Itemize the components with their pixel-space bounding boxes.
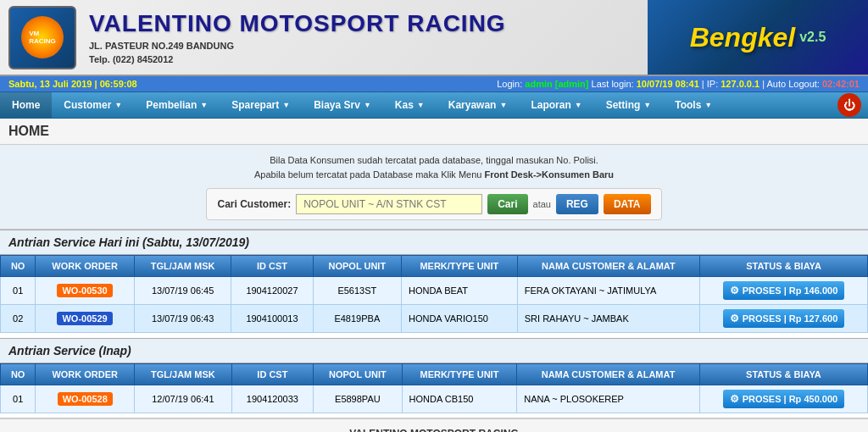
main-content: HOME Bila Data Konsumen sudah tercatat p… bbox=[0, 119, 868, 432]
col-nama: NAMA CUSTOMER & ALAMAT bbox=[517, 256, 699, 277]
last-login-time: 10/07/19 08:41 bbox=[637, 79, 699, 89]
search-section: Bila Data Konsumen sudah tercatat pada d… bbox=[0, 145, 868, 230]
antrian-inap-table: NO WORK ORDER TGL/JAM MSK ID CST NOPOL U… bbox=[0, 363, 868, 413]
cell-nopol: E4819PBA bbox=[313, 305, 401, 333]
proses-button[interactable]: ⚙ PROSES | Rp 450.000 bbox=[723, 390, 845, 408]
wo-badge[interactable]: WO-00529 bbox=[57, 312, 112, 325]
chevron-down-icon: ▼ bbox=[499, 101, 507, 109]
nav-laporan[interactable]: Laporan ▼ bbox=[519, 92, 593, 118]
proses-button[interactable]: ⚙ PROSES | Rp 146.000 bbox=[723, 281, 845, 300]
col-nopol: NOPOL UNIT bbox=[313, 256, 401, 277]
nav-biaya-srv[interactable]: Biaya Srv ▼ bbox=[302, 92, 383, 118]
col-nopol: NOPOL UNIT bbox=[314, 364, 402, 385]
navbar: Home Customer ▼ Pembelian ▼ Sparepart ▼ … bbox=[0, 91, 868, 119]
cell-no: 02 bbox=[1, 305, 36, 333]
chevron-down-icon: ▼ bbox=[643, 101, 651, 109]
page-title-bar: HOME bbox=[0, 119, 868, 145]
search-notice-line1: Bila Data Konsumen sudah tercatat pada d… bbox=[8, 153, 860, 168]
bengkel-version: v2.5 bbox=[799, 30, 826, 45]
nav-customer[interactable]: Customer ▼ bbox=[52, 92, 134, 118]
nav-home[interactable]: Home bbox=[0, 92, 52, 118]
footer-company: VALENTINO MOTOSPORT RACING bbox=[8, 428, 860, 432]
data-button[interactable]: DATA bbox=[604, 194, 651, 214]
search-label: Cari Customer: bbox=[217, 198, 291, 210]
cell-merk: HONDA CB150 bbox=[402, 385, 517, 413]
col-merk: MERK/TYPE UNIT bbox=[401, 256, 517, 277]
gear-icon: ⚙ bbox=[730, 393, 739, 405]
chevron-down-icon: ▼ bbox=[575, 101, 582, 109]
cell-id: 1904100013 bbox=[231, 305, 313, 333]
cell-no: 01 bbox=[1, 277, 36, 305]
nav-pembelian[interactable]: Pembelian ▼ bbox=[134, 92, 220, 118]
or-text: atau bbox=[533, 199, 551, 209]
col-work-order: WORK ORDER bbox=[36, 364, 135, 385]
status-datetime: Sabtu, 13 Juli 2019 | 06:59:08 bbox=[8, 79, 137, 89]
col-merk: MERK/TYPE UNIT bbox=[402, 364, 517, 385]
nav-kas[interactable]: Kas ▼ bbox=[383, 92, 437, 118]
wo-badge[interactable]: WO-00530 bbox=[57, 284, 112, 297]
auto-logout-time: 02:42:01 bbox=[822, 79, 860, 89]
antrian-harian-section-header: Antrian Service Hari ini (Sabtu, 13/07/2… bbox=[0, 230, 868, 255]
antrian-harian-table-container: NO WORK ORDER TGL/JAM MSK ID CST NOPOL U… bbox=[0, 255, 868, 333]
bengkel-label: Bengkel bbox=[690, 22, 795, 53]
search-notice: Bila Data Konsumen sudah tercatat pada d… bbox=[8, 153, 860, 181]
last-login-label: Last login: bbox=[592, 79, 634, 89]
power-button[interactable]: ⏻ bbox=[837, 93, 861, 117]
user-info: admin [admin] bbox=[525, 79, 591, 89]
nav-karyawan[interactable]: Karyawan ▼ bbox=[437, 92, 520, 118]
col-id-cst: ID CST bbox=[231, 364, 314, 385]
cell-wo: WO-00529 bbox=[36, 305, 135, 333]
antrian-inap-title: Antrian Service (Inap) bbox=[8, 344, 131, 357]
cari-button[interactable]: Cari bbox=[487, 194, 527, 214]
header-right-logo: Bengkel v2.5 bbox=[648, 0, 868, 75]
footer: VALENTINO MOTOSPORT RACING JL. PASTEUR N… bbox=[0, 418, 868, 432]
nav-tools[interactable]: Tools ▼ bbox=[663, 92, 724, 118]
table-row: 01 WO-00528 12/07/19 06:41 1904120033 E5… bbox=[1, 385, 868, 413]
cell-status: ⚙ PROSES | Rp 127.600 bbox=[700, 305, 868, 333]
cell-status: ⚙ PROSES | Rp 146.000 bbox=[700, 277, 868, 305]
status-bar: Sabtu, 13 Juli 2019 | 06:59:08 Login: ad… bbox=[0, 76, 868, 91]
cell-nama: SRI RAHAYU ~ JAMBAK bbox=[517, 305, 699, 333]
col-nama: NAMA CUSTOMER & ALAMAT bbox=[517, 364, 700, 385]
proses-button[interactable]: ⚙ PROSES | Rp 127.600 bbox=[723, 309, 845, 328]
antrian-inap-header-row: NO WORK ORDER TGL/JAM MSK ID CST NOPOL U… bbox=[1, 364, 868, 385]
cell-tgl: 13/07/19 06:43 bbox=[134, 305, 231, 333]
cell-merk: HONDA VARIO150 bbox=[401, 305, 517, 333]
nav-setting[interactable]: Setting ▼ bbox=[594, 92, 664, 118]
reg-button[interactable]: REG bbox=[556, 194, 598, 214]
cell-status: ⚙ PROSES | Rp 450.000 bbox=[699, 385, 867, 413]
chevron-down-icon: ▼ bbox=[704, 101, 712, 109]
cell-tgl: 12/07/19 06:41 bbox=[135, 385, 232, 413]
cell-nopol: E5898PAU bbox=[314, 385, 402, 413]
ip-address: 127.0.0.1 bbox=[721, 79, 760, 89]
col-id-cst: ID CST bbox=[231, 256, 313, 277]
cell-merk: HONDA BEAT bbox=[401, 277, 517, 305]
status-right: Login: admin [admin] Last login: 10/07/1… bbox=[497, 79, 860, 89]
col-status: STATUS & BIAYA bbox=[700, 256, 868, 277]
header: VMRACING VALENTINO MOTOSPORT RACING JL. … bbox=[0, 0, 868, 76]
chevron-down-icon: ▼ bbox=[282, 101, 290, 109]
cell-id: 1904120033 bbox=[231, 385, 314, 413]
search-notice-line2: Apabila belum tercatat pada Database mak… bbox=[8, 168, 860, 182]
logo: VMRACING bbox=[8, 6, 76, 69]
login-label: Login: bbox=[497, 79, 522, 89]
antrian-harian-title: Antrian Service Hari ini (Sabtu, 13/07/2… bbox=[8, 235, 249, 249]
col-status: STATUS & BIAYA bbox=[699, 364, 867, 385]
antrian-inap-table-container: NO WORK ORDER TGL/JAM MSK ID CST NOPOL U… bbox=[0, 363, 868, 413]
cell-nama: FERA OKTAYANI ~ JATIMULYA bbox=[517, 277, 699, 305]
cell-wo: WO-00528 bbox=[36, 385, 135, 413]
col-no: NO bbox=[1, 364, 36, 385]
chevron-down-icon: ▼ bbox=[364, 101, 371, 109]
cell-nopol: E5613ST bbox=[313, 277, 401, 305]
search-input[interactable] bbox=[296, 194, 482, 214]
antrian-harian-header-row: NO WORK ORDER TGL/JAM MSK ID CST NOPOL U… bbox=[1, 256, 868, 277]
nav-sparepart[interactable]: Sparepart ▼ bbox=[220, 92, 302, 118]
auto-logout-label: Auto Logout: bbox=[767, 79, 820, 89]
cell-tgl: 13/07/19 06:45 bbox=[134, 277, 231, 305]
col-tgl-jam: TGL/JAM MSK bbox=[135, 364, 232, 385]
antrian-inap-section-header: Antrian Service (Inap) bbox=[0, 338, 868, 363]
wo-badge[interactable]: WO-00528 bbox=[58, 392, 113, 406]
cell-nama: NANA ~ PLOSOKEREP bbox=[517, 385, 700, 413]
page-title: HOME bbox=[8, 124, 49, 138]
logo-circle: VMRACING bbox=[21, 16, 64, 58]
